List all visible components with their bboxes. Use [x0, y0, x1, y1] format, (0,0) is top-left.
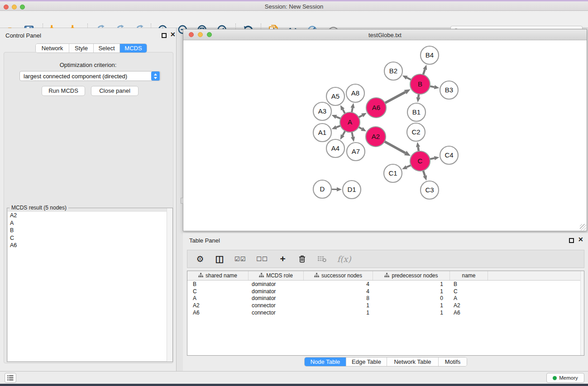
svg-text:A8: A8	[351, 89, 359, 97]
memory-button[interactable]: Memory	[546, 373, 584, 383]
graph-node-A2[interactable]: A2	[366, 127, 386, 147]
delete-column-icon[interactable]	[298, 253, 307, 264]
main-titlebar: Session: New Session	[0, 1, 588, 11]
table-row[interactable]: Adominator80A	[187, 295, 584, 302]
float-panel-icon[interactable]	[569, 238, 574, 243]
graph-edge-A-A7[interactable]	[351, 132, 355, 142]
tab-node-table[interactable]: Node Table	[305, 357, 346, 366]
mcds-result-item[interactable]: A6	[8, 242, 172, 249]
table-cell: B	[450, 281, 488, 287]
add-column-icon[interactable]: +	[278, 253, 287, 264]
graph-node-C4[interactable]: C4	[440, 146, 458, 164]
graph-node-B4[interactable]: B4	[421, 46, 439, 64]
close-panel-button[interactable]: Close panel	[91, 86, 139, 96]
window-resize-grip[interactable]	[580, 224, 586, 230]
graph-node-C1[interactable]: C1	[384, 164, 402, 182]
table-scrollbar[interactable]	[580, 271, 584, 355]
table-cell: 1	[373, 288, 450, 295]
tab-edge-table[interactable]: Edge Table	[346, 357, 387, 366]
close-panel-icon[interactable]: ✕	[170, 31, 176, 38]
graph-edge-C-C3[interactable]	[423, 170, 427, 181]
criterion-dropdown[interactable]: largest connected component (directed)	[19, 71, 161, 81]
network-graph[interactable]: B4B2BB3A8A5A6A3B1AA1C2A2A4A7C4CC1C3DD1	[183, 40, 587, 231]
column-header-mcds-role[interactable]: MCDS role	[249, 271, 304, 280]
graph-node-A8[interactable]: A8	[346, 84, 364, 102]
panel-divider-handle[interactable]	[181, 198, 183, 204]
close-panel-icon[interactable]: ✕	[578, 236, 583, 243]
graph-node-A[interactable]: A	[340, 112, 360, 132]
tab-motifs[interactable]: Motifs	[438, 357, 467, 366]
float-panel-icon[interactable]	[162, 33, 167, 38]
table-cell: connector	[249, 302, 304, 309]
graph-edge-B-B4[interactable]	[423, 65, 427, 75]
task-history-button[interactable]	[5, 373, 16, 383]
graph-edge-A-A8[interactable]	[350, 103, 354, 113]
graph-edge-A2-C[interactable]	[384, 141, 411, 156]
tab-select[interactable]: Select	[93, 44, 120, 52]
graph-node-B2[interactable]: B2	[384, 62, 402, 80]
mcds-result-legend: MCDS result (5 nodes)	[10, 205, 68, 211]
mcds-result-item[interactable]: A	[8, 219, 172, 227]
graph-node-C[interactable]: C	[410, 151, 430, 171]
graph-node-A6[interactable]: A6	[366, 98, 386, 118]
table-cell: 1	[373, 281, 450, 287]
column-header-name[interactable]: name	[450, 271, 488, 280]
graph-edge-C-C4[interactable]	[430, 156, 440, 160]
graph-edge-A6-B[interactable]	[385, 89, 411, 103]
network-window-titlebar[interactable]: testGlobe.txt	[183, 29, 587, 40]
graph-edge-A-A3[interactable]	[331, 115, 341, 119]
mcds-result-item[interactable]: B	[8, 227, 172, 234]
table-row[interactable]: Bdominator41B	[187, 281, 584, 288]
graph-node-A7[interactable]: A7	[347, 143, 365, 161]
column-header-predecessor-nodes[interactable]: predecessor nodes	[373, 271, 450, 280]
graph-node-D[interactable]: D	[313, 180, 331, 198]
graph-edge-C-C2[interactable]	[416, 142, 420, 152]
graph-node-C3[interactable]: C3	[421, 181, 439, 199]
graph-node-A1[interactable]: A1	[313, 124, 331, 142]
split-panel-icon[interactable]: ◫	[215, 253, 224, 264]
node-table[interactable]: shared nameMCDS rolesuccessor nodesprede…	[187, 271, 584, 356]
tab-network[interactable]: Network	[36, 44, 69, 52]
graph-node-A5[interactable]: A5	[326, 87, 344, 105]
mcds-result-scrollbar[interactable]	[167, 208, 172, 362]
graph-edge-A-A4[interactable]	[340, 130, 345, 139]
table-row[interactable]: A2connector11A2	[187, 302, 584, 309]
graph-node-B[interactable]: B	[410, 74, 430, 94]
column-header-shared-name[interactable]: shared name	[187, 271, 249, 280]
tab-network-table[interactable]: Network Table	[387, 357, 438, 366]
tab-mcds[interactable]: MCDS	[120, 44, 147, 52]
graph-edge-A-A1[interactable]	[332, 125, 341, 129]
network-canvas[interactable]: B4B2BB3A8A5A6A3B1AA1C2A2A4A7C4CC1C3DD1	[183, 40, 587, 231]
graph-edge-A-A6[interactable]	[358, 113, 367, 118]
graph-node-B1[interactable]: B1	[407, 103, 425, 121]
graph-node-B3[interactable]: B3	[440, 81, 458, 99]
table-row[interactable]: A6connector11A6	[187, 309, 584, 316]
graph-edge-B-B3[interactable]	[430, 85, 440, 89]
column-type-icon	[259, 272, 264, 279]
graph-edge-D-D1[interactable]	[331, 187, 342, 191]
settings-gear-icon[interactable]: ⚙	[196, 253, 205, 264]
unselect-all-icon[interactable]: ☐☐	[256, 253, 268, 264]
graph-node-C2[interactable]: C2	[407, 123, 425, 141]
table-toolbar: ⚙◫☑☑☐☐+f(x)	[187, 250, 584, 268]
run-mcds-button[interactable]: Run MCDS	[42, 86, 85, 96]
graph-node-D1[interactable]: D1	[343, 181, 361, 199]
graph-edge-A-A2[interactable]	[358, 127, 366, 131]
mcds-result-item[interactable]: C	[8, 234, 172, 242]
table-cell: dominator	[249, 281, 304, 287]
select-all-icon[interactable]: ☑☑	[234, 253, 246, 264]
graph-edge-B-B2[interactable]	[402, 76, 411, 80]
network-window-title: testGlobe.txt	[183, 32, 587, 38]
graph-node-A4[interactable]: A4	[326, 139, 344, 157]
mcds-result-list[interactable]: A2ABCA6	[8, 212, 172, 361]
graph-edge-A-A5[interactable]	[340, 105, 345, 114]
table-cell: A2	[450, 302, 488, 309]
graph-node-A3[interactable]: A3	[313, 102, 331, 120]
column-header-successor-nodes[interactable]: successor nodes	[304, 271, 373, 280]
mcds-result-item[interactable]: A2	[8, 212, 172, 219]
table-cell: 8	[304, 295, 373, 301]
tab-style[interactable]: Style	[69, 44, 93, 52]
graph-edge-B-B1[interactable]	[416, 94, 421, 102]
table-row[interactable]: Cdominator41C	[187, 288, 584, 295]
graph-edge-C-C1[interactable]	[402, 165, 411, 169]
